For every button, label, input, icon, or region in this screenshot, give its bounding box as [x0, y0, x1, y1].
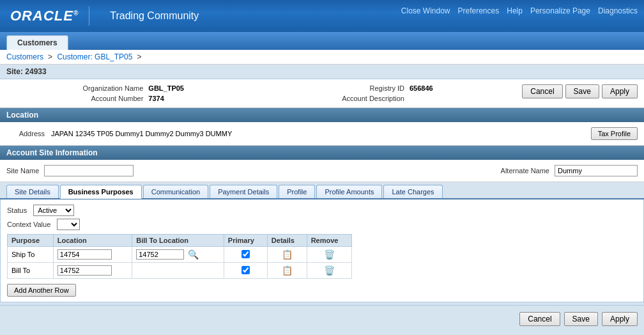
account-site-info-header: Account Site Information	[0, 146, 644, 160]
registry-id-value: 656846	[410, 84, 509, 92]
org-name-value: GBL_TP05	[148, 84, 260, 92]
location-input[interactable]	[57, 249, 112, 260]
location-cell	[53, 263, 132, 279]
header-nav: Close Window Preferences Help Personaliz…	[401, 6, 638, 15]
apply-button-bottom[interactable]: Apply	[602, 312, 638, 326]
preferences-link[interactable]: Preferences	[458, 6, 500, 15]
primary-checkbox[interactable]	[241, 250, 250, 258]
primary-cell	[224, 247, 267, 263]
th-primary: Primary	[224, 235, 267, 247]
purpose-cell: Bill To	[8, 263, 54, 279]
cancel-button-bottom[interactable]: Cancel	[519, 312, 560, 326]
location-label: Location	[6, 111, 38, 120]
save-button-bottom[interactable]: Save	[564, 312, 598, 326]
personalize-page-link[interactable]: Personalize Page	[530, 6, 590, 15]
account-number-value: 7374	[148, 95, 260, 102]
th-location: Location	[53, 235, 132, 247]
location-input[interactable]	[57, 265, 112, 276]
account-site-info-section: Site Name Alternate Name	[0, 160, 644, 182]
app-header: ORACLE® Trading Community Close Window P…	[0, 0, 644, 32]
purpose-cell: Ship To	[8, 247, 54, 263]
th-remove: Remove	[307, 235, 351, 247]
site-name-label: Site Name	[6, 167, 39, 175]
details-icon-btn[interactable]: 📋	[280, 265, 295, 276]
breadcrumb: Customers > Customer: GBL_TP05 >	[0, 50, 644, 65]
sub-tab-bar: Site Details Business Purposes Communica…	[0, 182, 644, 199]
main-tab-bar: Customers	[0, 32, 644, 50]
registry-id-label: Registry ID	[266, 84, 404, 92]
tab-business-purposes[interactable]: Business Purposes	[60, 185, 142, 199]
purpose-table: Purpose Location Bill To Location Primar…	[7, 234, 352, 279]
account-desc-label: Account Description	[266, 95, 404, 102]
details-cell: 📋	[267, 247, 307, 263]
tab-payment-details[interactable]: Payment Details	[210, 185, 277, 198]
tab-profile[interactable]: Profile	[279, 185, 315, 198]
cancel-button-top[interactable]: Cancel	[522, 84, 562, 98]
search-icon-btn[interactable]: 🔍	[186, 249, 201, 260]
location-section: Address JAPAN 12345 TP05 Dummy1 Dummy2 D…	[0, 122, 644, 146]
remove-cell: 🗑️	[307, 247, 351, 263]
status-label: Status	[7, 206, 27, 214]
th-purpose: Purpose	[8, 235, 54, 247]
bill-to-location-cell	[132, 263, 224, 279]
org-name-label: Organization Name	[6, 84, 143, 92]
address-label: Address	[6, 130, 45, 137]
oracle-logo: ORACLE® Trading Community	[10, 6, 199, 26]
remove-icon-btn[interactable]: 🗑️	[322, 249, 337, 260]
diagnostics-link[interactable]: Diagnostics	[598, 6, 638, 15]
save-button-top[interactable]: Save	[565, 84, 599, 98]
bill-to-location-cell: 🔍	[132, 247, 224, 262]
site-label: Site: 24933	[6, 67, 47, 76]
tab-profile-amounts[interactable]: Profile Amounts	[316, 185, 382, 198]
info-section: Organization Name GBL_TP05 Registry ID 6…	[0, 79, 644, 108]
details-icon-btn[interactable]: 📋	[280, 249, 295, 260]
tax-profile-button[interactable]: Tax Profile	[591, 127, 638, 140]
account-number-label: Account Number	[6, 95, 143, 102]
context-value-row: Context Value	[7, 219, 637, 230]
site-header: Site: 24933	[0, 65, 644, 79]
bill-to-location-input[interactable]	[136, 249, 184, 260]
app-title: Trading Community	[110, 10, 199, 22]
primary-checkbox[interactable]	[241, 266, 250, 274]
remove-icon-btn[interactable]: 🗑️	[322, 265, 337, 276]
close-window-link[interactable]: Close Window	[401, 6, 450, 15]
main-content: Site: 24933 Organization Name GBL_TP05 R…	[0, 65, 644, 302]
header-buttons: Cancel Save Apply	[522, 84, 638, 98]
breadcrumb-customer-gbl[interactable]: Customer: GBL_TP05	[57, 52, 132, 61]
add-another-row-button[interactable]: Add Another Row	[7, 284, 76, 297]
address-value: JAPAN 12345 TP05 Dummy1 Dummy2 Dummy3 DU…	[51, 130, 591, 137]
details-cell: 📋	[267, 263, 307, 279]
help-link[interactable]: Help	[507, 6, 523, 15]
tab-customers[interactable]: Customers	[6, 35, 68, 50]
account-site-info-label: Account Site Information	[6, 148, 98, 157]
tab-content-business-purposes: Status Active Inactive Context Value Pur…	[0, 199, 644, 302]
context-value-label: Context Value	[7, 221, 50, 228]
tab-late-charges[interactable]: Late Charges	[383, 185, 442, 198]
tab-site-details[interactable]: Site Details	[6, 185, 59, 198]
alternate-name-input[interactable]	[555, 165, 638, 176]
context-value-select[interactable]	[57, 219, 80, 230]
table-row: Ship To 🔍 📋 🗑️	[8, 247, 352, 263]
tab-communication[interactable]: Communication	[143, 185, 208, 198]
site-name-input[interactable]	[44, 165, 134, 176]
location-section-header: Location	[0, 108, 644, 122]
th-bill-to-location: Bill To Location	[132, 235, 224, 247]
primary-cell	[224, 263, 267, 279]
remove-cell: 🗑️	[307, 263, 351, 279]
location-cell	[53, 247, 132, 263]
apply-button-top[interactable]: Apply	[602, 84, 638, 98]
status-select[interactable]: Active Inactive	[33, 205, 74, 216]
status-row: Status Active Inactive	[7, 205, 637, 216]
th-details: Details	[267, 235, 307, 247]
bottom-bar: Cancel Save Apply	[0, 305, 644, 332]
breadcrumb-customers[interactable]: Customers	[6, 52, 43, 61]
site-info-grid: Organization Name GBL_TP05 Registry ID 6…	[6, 84, 509, 102]
oracle-wordmark: ORACLE®	[10, 8, 79, 24]
alternate-name-label: Alternate Name	[501, 167, 549, 175]
table-row: Bill To 📋 🗑️	[8, 263, 352, 279]
